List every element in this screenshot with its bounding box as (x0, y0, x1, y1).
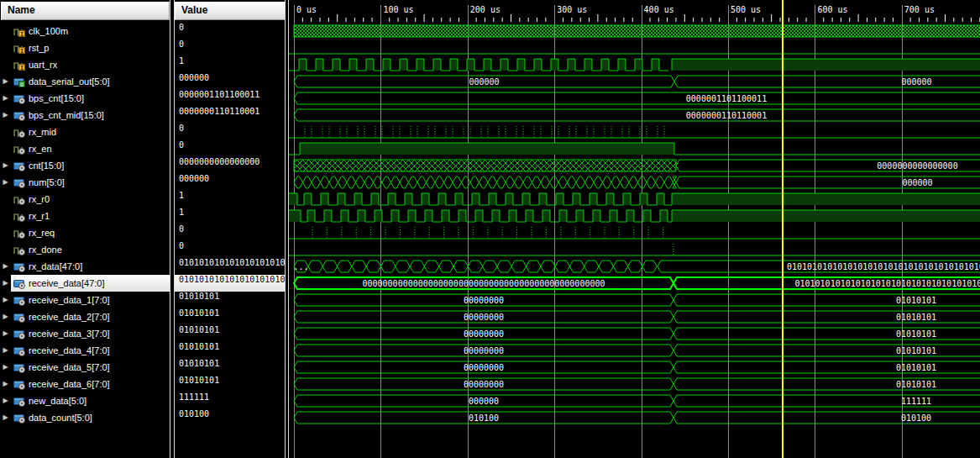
expand-arrow-icon[interactable]: ▶ (0, 157, 11, 174)
wave-row-receive-data-5-7-0[interactable]: 0000000001010101 (289, 359, 980, 376)
signal-row-receive-data-3-7-0[interactable]: ▶receive_data_3[7:0] (0, 325, 170, 342)
signal-value-rx-req[interactable]: 0 (175, 224, 286, 241)
signal-value-receive-data-5-7-0[interactable]: 01010101 (175, 359, 286, 376)
signal-row-clk-100m[interactable]: Iclk_100m (0, 23, 170, 39)
signal-row-rx-r1[interactable]: rx_r1 (0, 208, 170, 224)
signal-value-rx-done[interactable]: 0 (175, 241, 286, 258)
scalar-signal-icon (13, 144, 25, 155)
svg-text:010101010101010101010101010101: 0101010101010101010101010101010101010101… (787, 262, 980, 271)
wave-row-rx-r1[interactable] (289, 208, 980, 224)
wave-row-rx-data-47-0[interactable]: ...0101010101010101010101010101010101010… (289, 258, 980, 275)
wave-row-cnt-15-0[interactable]: 0000000000000000 (289, 157, 980, 174)
signal-value-bps-cnt-15-0[interactable]: 0000001101100011 (175, 90, 286, 107)
signal-row-receive-data-4-7-0[interactable]: ▶receive_data_4[7:0] (0, 342, 170, 359)
signal-row-bps-cnt-mid-15-0[interactable]: ▶bps_cnt_mid[15:0] (0, 107, 170, 124)
expand-arrow-icon[interactable]: ▶ (0, 376, 11, 392)
signal-row-receive-data-1-7-0[interactable]: ▶receive_data_1[7:0] (0, 292, 170, 308)
wave-row-rst-p[interactable] (289, 39, 980, 56)
wave-row-receive-data-3-7-0[interactable]: 0000000001010101 (289, 325, 980, 342)
panel-splitter[interactable] (285, 0, 289, 458)
wave-row-clk-100m[interactable] (289, 23, 980, 39)
expand-arrow-icon[interactable]: ▶ (0, 292, 11, 308)
signal-name: receive_data[47:0] (29, 278, 105, 288)
wave-row-receive-data-2-7-0[interactable]: 0000000001010101 (289, 308, 980, 325)
signal-row-receive-data-6-7-0[interactable]: ▶receive_data_6[7:0] (0, 376, 170, 392)
panel-splitter[interactable] (170, 0, 175, 458)
signal-row-cnt-15-0[interactable]: ▶cnt[15:0] (0, 157, 170, 174)
wave-row-receive-data-1-7-0[interactable]: 0000000001010101 (289, 292, 980, 308)
signal-row-rx-done[interactable]: rx_done (0, 241, 170, 258)
svg-text:I: I (20, 47, 24, 54)
name-column-header[interactable]: Name (1, 2, 170, 20)
expand-arrow-icon[interactable]: ▶ (0, 73, 11, 90)
wave-row-uart-rx[interactable] (289, 56, 980, 73)
signal-value-rx-r0[interactable]: 1 (175, 191, 286, 208)
expand-arrow-icon[interactable]: ▶ (0, 409, 11, 426)
wave-row-rx-mid[interactable] (289, 124, 980, 140)
expand-arrow-icon[interactable]: ▶ (0, 308, 11, 325)
signal-value-data-serial-out-5-0[interactable]: 000000 (175, 73, 286, 90)
wave-row-bps-cnt-15-0[interactable]: 0000001101100011 (289, 90, 980, 107)
expand-arrow-icon[interactable]: ▶ (0, 359, 11, 376)
signal-value-rx-mid[interactable]: 0 (175, 124, 286, 140)
expand-arrow-icon[interactable]: ▶ (0, 174, 11, 191)
signal-row-bps-cnt-15-0[interactable]: ▶bps_cnt[15:0] (0, 90, 170, 107)
signal-row-rx-en[interactable]: rx_en (0, 140, 170, 157)
svg-text:0000000110110001: 0000000110110001 (686, 111, 767, 120)
wave-row-receive-data-47-0[interactable]: 0000000000000000000000000000000000000000… (289, 275, 980, 292)
wave-row-data-serial-out-5-0[interactable]: 000000000000 (289, 73, 980, 90)
wave-row-rx-req[interactable] (289, 224, 980, 241)
wave-row-rx-done[interactable] (289, 241, 980, 258)
timeline-ruler[interactable]: 0 us100 us200 us300 us400 us500 us600 us… (289, 0, 980, 22)
signal-value-bps-cnt-mid-15-0[interactable]: 0000000110110001 (175, 107, 286, 124)
signal-value-receive-data-47-0[interactable]: 0101010101010101010101010101010101010101… (175, 275, 286, 292)
signal-value-receive-data-6-7-0[interactable]: 01010101 (175, 376, 286, 392)
signal-row-data-serial-out-5-0[interactable]: ▶Odata_serial_out[5:0] (0, 73, 170, 90)
value-column-header[interactable]: Value (175, 2, 289, 20)
wave-row-bps-cnt-mid-15-0[interactable]: 0000000110110001 (289, 107, 980, 124)
expand-arrow-icon[interactable]: ▶ (0, 107, 11, 124)
signal-value-receive-data-2-7-0[interactable]: 01010101 (175, 308, 286, 325)
wave-row-rx-r0[interactable] (289, 191, 980, 208)
signal-row-data-count-5-0[interactable]: ▶data_count[5:0] (0, 409, 170, 426)
signal-row-receive-data-5-7-0[interactable]: ▶receive_data_5[7:0] (0, 359, 170, 376)
wave-row-receive-data-4-7-0[interactable]: 0000000001010101 (289, 342, 980, 359)
expand-arrow-icon[interactable]: ▶ (0, 275, 11, 292)
signal-value-receive-data-4-7-0[interactable]: 01010101 (175, 342, 286, 359)
signal-value-new-data-5-0[interactable]: 111111 (175, 392, 286, 409)
signal-row-uart-rx[interactable]: Iuart_rx (0, 56, 170, 73)
signal-row-rx-r0[interactable]: rx_r0 (0, 191, 170, 208)
signal-row-receive-data-2-7-0[interactable]: ▶receive_data_2[7:0] (0, 308, 170, 325)
signal-value-receive-data-3-7-0[interactable]: 01010101 (175, 325, 286, 342)
signal-value-rx-r1[interactable]: 1 (175, 208, 286, 224)
wave-row-num-5-0[interactable]: 000000 (289, 174, 980, 191)
signal-row-num-5-0[interactable]: ▶num[5:0] (0, 174, 170, 191)
signal-value-data-count-5-0[interactable]: 010100 (175, 409, 286, 426)
bus-signal-icon (13, 93, 25, 104)
signal-row-new-data-5-0[interactable]: ▶new_data[5:0] (0, 392, 170, 409)
wave-row-new-data-5-0[interactable]: 000000111111 (289, 392, 980, 409)
signal-row-rx-data-47-0[interactable]: ▶rx_data[47:0] (0, 258, 170, 275)
expand-arrow-icon[interactable]: ▶ (0, 392, 11, 409)
signal-row-rx-req[interactable]: rx_req (0, 224, 170, 241)
signal-row-rst-p[interactable]: Irst_p (0, 39, 170, 56)
signal-row-receive-data-47-0[interactable]: ▶receive_data[47:0] (0, 275, 170, 292)
time-cursor[interactable] (782, 0, 783, 458)
signal-value-num-5-0[interactable]: 000000 (175, 174, 286, 191)
signal-value-clk-100m[interactable]: 0 (175, 23, 286, 39)
signal-value-rx-data-47-0[interactable]: 0101010101010101010101010101010101010101… (175, 258, 286, 275)
expand-arrow-icon[interactable]: ▶ (0, 342, 11, 359)
expand-arrow-icon[interactable]: ▶ (0, 258, 11, 275)
signal-row-rx-mid[interactable]: rx_mid (0, 124, 170, 140)
wave-row-data-count-5-0[interactable]: 010100010100 (289, 409, 980, 426)
signal-value-rst-p[interactable]: 0 (175, 39, 286, 56)
expand-arrow-icon[interactable]: ▶ (0, 325, 11, 342)
signal-value-rx-en[interactable]: 0 (175, 140, 286, 157)
signal-value-cnt-15-0[interactable]: 0000000000000000 (175, 157, 286, 174)
expand-arrow-icon[interactable]: ▶ (0, 90, 11, 107)
signal-value-receive-data-1-7-0[interactable]: 01010101 (175, 292, 286, 308)
wave-row-receive-data-6-7-0[interactable]: 0000000001010101 (289, 376, 980, 392)
svg-text:O: O (20, 81, 24, 87)
wave-row-rx-en[interactable] (289, 140, 980, 157)
signal-value-uart-rx[interactable]: 1 (175, 56, 286, 73)
